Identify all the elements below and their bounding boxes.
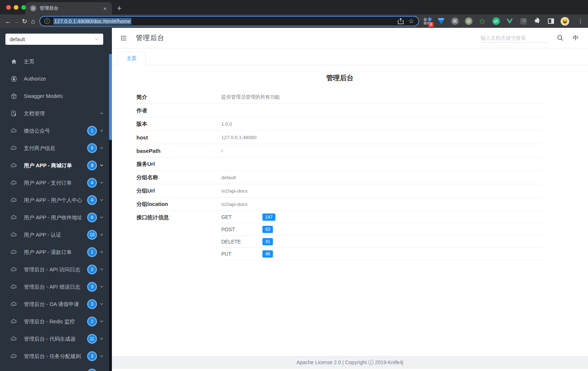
command-circle-icon[interactable]: ⌘ xyxy=(451,17,459,25)
row-value: /v2/api-docs xyxy=(221,188,543,194)
share-icon[interactable] xyxy=(398,18,404,24)
row-value: 127.0.0.1:48080 xyxy=(221,135,543,140)
info-table-row: basePath / xyxy=(136,144,543,158)
api-cloud-icon xyxy=(10,197,17,203)
language-toggle[interactable]: 中 xyxy=(573,34,579,42)
recorder-circle-icon[interactable] xyxy=(465,17,472,25)
sidebar-item-api-group[interactable]: 用户 APP - 商城订单 3 xyxy=(0,157,109,174)
count-badge: 4 xyxy=(88,196,96,204)
info-table-row: 分组名称 default xyxy=(136,171,543,184)
sync-circle-icon[interactable]: ⇄ xyxy=(492,17,500,25)
sidebar-item-api-group[interactable]: 管理后台 - Redis 监控 2 xyxy=(0,313,109,330)
sidebar-item-label: 支付商户信息 xyxy=(24,145,55,152)
http-method-label: POST xyxy=(221,227,262,232)
sidebar-item-api-group[interactable]: 用户 APP - 退款订单 1 xyxy=(0,243,109,261)
workona-grid-icon[interactable]: 8 xyxy=(423,17,431,25)
http-method-label: PUT xyxy=(221,251,262,257)
sidebar-item-doc-manage[interactable]: 文档管理 xyxy=(0,105,109,122)
back-button[interactable]: ← xyxy=(4,18,12,25)
api-cloud-icon xyxy=(10,162,17,169)
copyright-icon: c xyxy=(368,360,374,365)
info-table-row: 服务Url xyxy=(136,158,543,171)
screen-capture-icon[interactable] xyxy=(519,17,527,25)
profile-avatar[interactable] xyxy=(561,17,569,26)
chevron-down-icon xyxy=(100,284,104,290)
extensions-bar: 8 ⌘ ✩ ⇄ ⋮ xyxy=(423,17,584,26)
api-stat-row: PUT 46 xyxy=(221,248,543,260)
sidebar-item-api-group[interactable]: 用户 APP - 用户个人中心 4 xyxy=(0,191,109,209)
sidebar-scrollbar-thumb[interactable] xyxy=(109,53,112,140)
traffic-lights xyxy=(6,5,26,10)
bookmark-star-icon[interactable]: ☆ xyxy=(409,17,414,25)
home-button[interactable]: ⌂ xyxy=(29,18,37,25)
close-window-button[interactable] xyxy=(6,5,11,10)
chevron-down-icon xyxy=(100,145,104,151)
sidebar-item-api-group[interactable]: 用户 APP - 用户收件地址 6 xyxy=(0,209,109,226)
puzzle-extensions-icon[interactable] xyxy=(533,17,541,25)
green-star-icon[interactable]: ✩ xyxy=(478,17,486,25)
sidebar-item-api-group[interactable]: 微信公众号 1 xyxy=(0,122,109,139)
browser-tab[interactable]: 管理后台 × xyxy=(25,2,112,14)
api-stat-row: GET 147 xyxy=(221,211,543,223)
sketch-gem-icon[interactable] xyxy=(437,17,445,25)
extension-badge: 8 xyxy=(428,22,434,27)
site-info-icon[interactable]: i xyxy=(44,18,50,24)
method-count-badge: 46 xyxy=(262,250,273,258)
count-badge: 1 xyxy=(88,248,96,256)
info-table-row: 简介 提供管理员管理的所有功能 xyxy=(136,91,543,104)
vue-devtools-icon[interactable] xyxy=(506,17,514,25)
api-cloud-icon xyxy=(10,249,17,255)
sidebar-item-label: 管理后台 - 任务分配规则 xyxy=(24,353,81,360)
tab-home[interactable]: 主页 xyxy=(117,52,146,65)
api-cloud-icon xyxy=(10,284,17,290)
api-cloud-icon xyxy=(10,301,17,307)
count-badge: 6 xyxy=(88,213,96,221)
forward-button[interactable]: → xyxy=(12,18,20,25)
footer: Apache License 2.0 | Copyright c 2019-Kn… xyxy=(112,356,588,369)
row-label: 服务Url xyxy=(136,161,221,168)
count-badge: 4 xyxy=(88,179,96,187)
sidebar-item-api-group[interactable]: 用户 APP - 支付订单 4 xyxy=(0,174,109,191)
sidebar-item-api-group[interactable]: 管理后台 - API 错误日志 3 xyxy=(0,278,109,295)
menu-kebab-icon[interactable]: ⋮ xyxy=(576,17,584,25)
sidebar-item-api-group[interactable]: 管理后台 - 代码生成器 11 xyxy=(0,330,109,348)
tab-close-icon[interactable]: × xyxy=(101,5,108,12)
count-badge: 1 xyxy=(88,127,96,135)
model-cube-icon xyxy=(10,93,17,99)
sidebar-item-api-group[interactable]: 管理后台 - … xyxy=(0,365,109,371)
sidebar-item-api-group[interactable]: 管理后台 - API 访问日志 2 xyxy=(0,261,109,278)
sidebar-item-label: 用户 APP - 商城订单 xyxy=(24,162,72,169)
reload-button[interactable]: ↻ xyxy=(21,18,29,25)
row-label: 接口统计信息 xyxy=(136,211,221,221)
side-panel-icon[interactable] xyxy=(547,17,555,25)
chevron-down-icon xyxy=(100,249,104,255)
sidebar-item-authorize[interactable]: Authorize xyxy=(0,70,109,87)
new-tab-button[interactable]: + xyxy=(117,4,122,12)
minimize-window-button[interactable] xyxy=(14,5,18,10)
api-cloud-icon xyxy=(10,336,17,342)
zoom-window-button[interactable] xyxy=(21,5,26,10)
url-text[interactable]: 127.0.0.1:48080/doc.html#/home xyxy=(53,18,131,25)
sidebar-item-label: 用户 APP - 支付订单 xyxy=(24,180,72,186)
count-badge: 11 xyxy=(88,335,96,343)
count-badge: 3 xyxy=(88,300,96,308)
sidebar-item-api-group[interactable]: 支付商户信息 9 xyxy=(0,139,109,157)
row-value: 提供管理员管理的所有功能 xyxy=(221,94,543,100)
search-icon[interactable] xyxy=(557,35,563,41)
group-select[interactable]: default xyxy=(5,34,103,45)
address-bar[interactable]: i 127.0.0.1:48080/doc.html#/home ☆ xyxy=(39,16,419,26)
sidebar-item-api-group[interactable]: 管理后台 - 任务分配规则 3 xyxy=(0,348,109,365)
sidebar-item-api-group[interactable]: 管理后台 - OA 请假申请 3 xyxy=(0,295,109,313)
main-header: 管理后台 中 xyxy=(112,28,588,48)
document-gear-icon xyxy=(10,110,17,117)
doc-search-input[interactable] xyxy=(480,34,549,43)
collapse-sidebar-icon[interactable] xyxy=(120,34,127,42)
chevron-down-icon xyxy=(100,267,104,272)
sidebar-item-swagger-models[interactable]: Swagger Models xyxy=(0,87,109,105)
row-label: 分组名称 xyxy=(136,174,221,181)
method-count-badge: 63 xyxy=(262,226,273,233)
sidebar-item-home[interactable]: 主页 xyxy=(0,53,109,70)
api-cloud-icon xyxy=(10,318,17,325)
sidebar-item-api-group[interactable]: 用户 APP - 认证 10 xyxy=(0,226,109,243)
api-cloud-icon xyxy=(10,232,17,238)
